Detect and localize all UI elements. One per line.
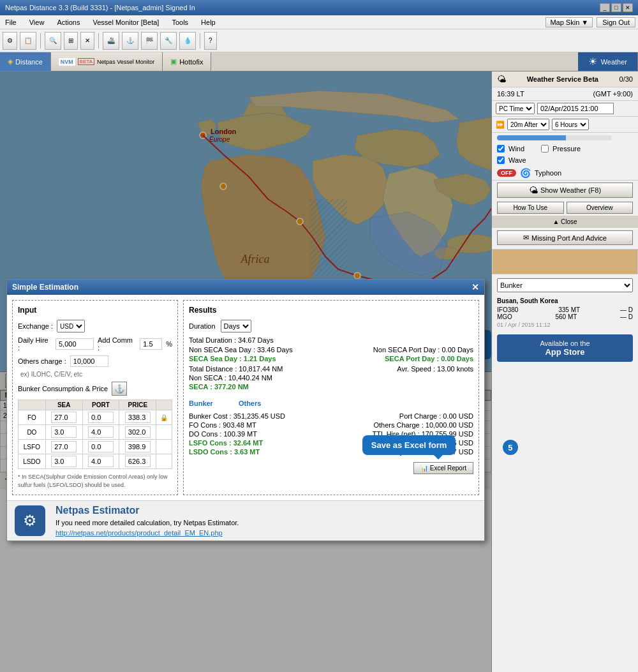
excel-row: Save as Excel form 5 📊 Excel Report bbox=[189, 462, 473, 474]
close-btn[interactable]: ✕ bbox=[623, 3, 633, 12]
others-note: ex) ILOHC, C/E/V, etc bbox=[20, 371, 172, 378]
dialog-footer: ⚙ Netpas Estimator If you need more deta… bbox=[7, 500, 484, 541]
toolbar-sep-3 bbox=[200, 33, 200, 49]
tab-hottofix[interactable]: ▣ Hottofix bbox=[163, 52, 211, 71]
lsfo-price-input[interactable] bbox=[125, 441, 151, 452]
addcomm-input[interactable] bbox=[140, 338, 162, 350]
exchange-select[interactable]: USD bbox=[57, 320, 85, 332]
pc-time-select[interactable]: PC Time bbox=[496, 103, 535, 114]
save-balloon: Save as Excel form bbox=[362, 435, 456, 455]
bunker-header-row: SEA PORT PRICE bbox=[19, 400, 172, 410]
lsdo-price-input[interactable] bbox=[125, 456, 151, 467]
fo-info-icon[interactable]: 🔒 bbox=[160, 414, 168, 421]
dailyhire-label: Daily Hire : bbox=[18, 336, 52, 352]
app-store-banner[interactable]: Available on the App Store bbox=[497, 334, 633, 362]
toolbar-btn-3[interactable]: 🔍 bbox=[45, 32, 61, 50]
addcomm-unit: % bbox=[166, 340, 172, 348]
toolbar-sep-2 bbox=[98, 33, 99, 49]
bunker-subhead: Bunker bbox=[189, 399, 213, 407]
typhoon-row: OFF 🌀 Typhoon bbox=[492, 166, 638, 181]
menu-view[interactable]: View bbox=[27, 18, 47, 27]
fo-port-input[interactable] bbox=[88, 412, 114, 423]
dailyhire-input[interactable] bbox=[56, 338, 94, 350]
show-weather-btn[interactable]: 🌤 Show Weather (F8) bbox=[497, 183, 633, 198]
wind-checkbox[interactable] bbox=[497, 145, 505, 153]
fo-sea-input[interactable] bbox=[51, 412, 77, 423]
maximize-btn[interactable]: □ bbox=[611, 3, 621, 12]
weather-service-title: Weather Service Beta bbox=[527, 75, 598, 83]
lsfo-port-input[interactable] bbox=[88, 441, 114, 452]
bunker-dropdown[interactable]: Bunker bbox=[497, 278, 633, 292]
do-cons: DO Cons : 100.39 MT bbox=[189, 430, 257, 438]
menu-actions[interactable]: Actions bbox=[54, 18, 82, 27]
menu-vessel-monitor[interactable]: Vessel Monitor [Beta] bbox=[90, 18, 161, 27]
date-input[interactable] bbox=[537, 103, 614, 114]
do-price-input[interactable] bbox=[125, 426, 151, 438]
window-controls[interactable]: _ □ ✕ bbox=[600, 3, 633, 12]
seca-note: * In SECA(Sulphur Oxide Emission Control… bbox=[18, 473, 172, 489]
typhoon-toggle[interactable]: OFF bbox=[497, 169, 516, 177]
tab-nvm[interactable]: NVM BETA Netpas Vessel Monitor bbox=[51, 52, 163, 71]
toolbar-btn-1[interactable]: ⚙ bbox=[3, 32, 17, 50]
map-skin-btn[interactable]: Map Skin ▼ bbox=[545, 17, 593, 27]
netpas-msg: If you need more detailed calculation, t… bbox=[56, 519, 239, 526]
lsdo-port-input[interactable] bbox=[88, 456, 114, 467]
tab-bar: ◈ Distance NVM BETA Netpas Vessel Monito… bbox=[0, 52, 638, 71]
toolbar-btn-6[interactable]: 🔧 bbox=[160, 32, 177, 50]
ifo380-status: — D bbox=[620, 306, 633, 313]
sign-out-btn[interactable]: Sign Out bbox=[597, 17, 635, 27]
lsdo-cons: LSDO Cons : 3.63 MT bbox=[189, 448, 260, 456]
exchange-row: Exchange : USD bbox=[18, 320, 172, 332]
do-sea-input[interactable] bbox=[51, 426, 77, 438]
wave-checkbox[interactable] bbox=[497, 156, 505, 164]
dialog-close-btn[interactable]: ✕ bbox=[471, 282, 479, 292]
duration-label: Duration bbox=[189, 322, 216, 330]
pressure-label: Pressure bbox=[553, 145, 581, 153]
others-input[interactable] bbox=[70, 355, 108, 367]
do-port-input[interactable] bbox=[88, 426, 114, 438]
netpas-link[interactable]: http://netpas.net/products/product_detai… bbox=[56, 529, 239, 537]
toolbar-btn-ship[interactable]: 🚢 bbox=[103, 32, 119, 50]
how-to-use-btn[interactable]: How To Use bbox=[497, 202, 564, 214]
bunker-icon-btn[interactable]: ⚓ bbox=[112, 382, 127, 396]
envelope-icon: ✉ bbox=[523, 234, 529, 242]
app-store-name: App Store bbox=[545, 347, 584, 357]
addcomm-label: Add Comm : bbox=[98, 336, 136, 352]
toolbar-btn-2[interactable]: 📋 bbox=[20, 32, 36, 50]
toolbar-btn-help[interactable]: ? bbox=[204, 32, 217, 50]
excel-report-btn[interactable]: 📊 Excel Report bbox=[413, 462, 473, 474]
missing-port-btn[interactable]: ✉ Missing Port And Advice bbox=[497, 230, 633, 245]
how-overview-row: How To Use Overview bbox=[492, 200, 638, 216]
toolbar-btn-flag[interactable]: 🏁 bbox=[141, 32, 158, 50]
wind-label: Wind bbox=[508, 145, 524, 153]
toolbar-btn-5[interactable]: ✕ bbox=[80, 32, 94, 50]
lsfo-sea-input[interactable] bbox=[51, 441, 77, 452]
menu-file[interactable]: File bbox=[3, 18, 19, 27]
mgo-status: — D bbox=[620, 313, 633, 320]
pc-time-row: PC Time bbox=[492, 101, 638, 117]
app-title: Netpas Distance 3.3 (Build 3331) - [Netp… bbox=[5, 4, 195, 11]
minimize-btn[interactable]: _ bbox=[600, 3, 610, 12]
weather-panel-header: 🌤 Weather Service Beta 0/30 bbox=[492, 71, 638, 87]
menu-help[interactable]: Help bbox=[198, 18, 218, 27]
mgo-row: MGO 560 MT — D bbox=[497, 313, 633, 320]
bunker-cost: Bunker Cost : 351,235.45 USD bbox=[189, 412, 285, 420]
toolbar-btn-4[interactable]: ⊞ bbox=[64, 32, 78, 50]
pressure-checkbox[interactable] bbox=[541, 145, 549, 153]
overview-btn[interactable]: Overview bbox=[567, 202, 634, 214]
tab-weather[interactable]: ☀ Weather bbox=[578, 52, 638, 71]
excel-icon: 📊 bbox=[420, 465, 428, 472]
tab-distance[interactable]: ◈ Distance bbox=[0, 52, 51, 71]
duration-select[interactable]: Days bbox=[221, 320, 251, 332]
lsdo-sea-input[interactable] bbox=[51, 456, 77, 467]
fo-price-input[interactable] bbox=[125, 412, 151, 423]
toolbar-btn-7[interactable]: 💧 bbox=[179, 32, 196, 50]
close-bar[interactable]: ▲ Close bbox=[492, 216, 638, 228]
focons-row: FO Cons : 903.48 MT Others Charge : 10,0… bbox=[189, 421, 473, 429]
ifo380-qty: 335 MT bbox=[558, 306, 580, 313]
menu-tools[interactable]: Tools bbox=[169, 18, 191, 27]
time-slider[interactable] bbox=[497, 135, 612, 140]
after-select[interactable]: 20m After bbox=[507, 119, 549, 130]
hours-select[interactable]: 6 Hours bbox=[552, 119, 589, 130]
toolbar-btn-anchor[interactable]: ⚓ bbox=[122, 32, 138, 50]
